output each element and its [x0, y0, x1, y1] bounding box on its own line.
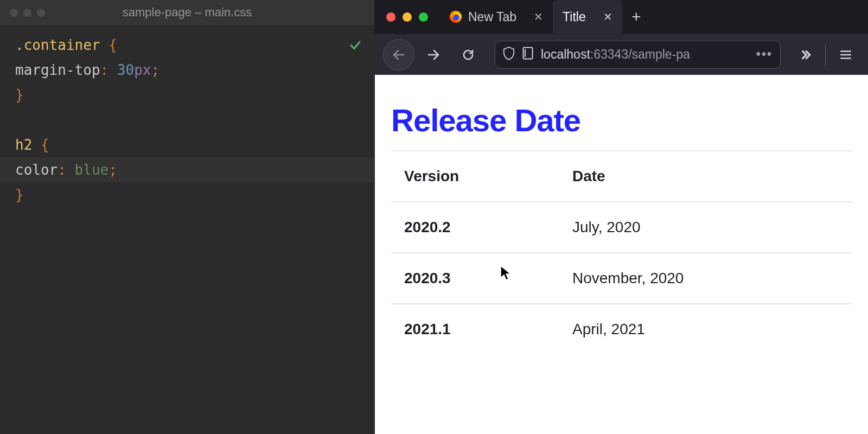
- css-selector: .container: [15, 37, 100, 53]
- tab-title[interactable]: Title ✕: [553, 0, 622, 34]
- css-value: blue: [75, 162, 109, 178]
- back-button[interactable]: [383, 39, 414, 71]
- tabstrip: New Tab ✕ Title ✕ +: [440, 0, 868, 34]
- editor-close-icon[interactable]: [10, 9, 18, 17]
- mac-traffic-lights: [374, 12, 440, 22]
- code-line[interactable]: }: [15, 182, 359, 207]
- browser-titlebar[interactable]: New Tab ✕ Title ✕ +: [374, 0, 868, 34]
- site-identity-icon[interactable]: [522, 47, 533, 63]
- toolbar-divider: [825, 44, 826, 66]
- window-close-icon[interactable]: [386, 12, 395, 22]
- css-selector: h2: [15, 137, 32, 153]
- css-unit: px: [134, 62, 151, 78]
- editor-title: sample-page – main.css: [0, 5, 374, 20]
- css-property: color: [15, 162, 58, 178]
- brace-open: {: [100, 37, 117, 53]
- css-number: 30: [117, 62, 134, 78]
- page-heading: Release Date: [391, 102, 852, 138]
- page-actions-icon[interactable]: •••: [756, 47, 773, 62]
- table-header-row: Version Date: [391, 151, 852, 202]
- editor-body[interactable]: .container { margin-top: 30px; } h2 { co…: [0, 25, 374, 434]
- col-date: Date: [559, 151, 852, 202]
- table-row: 2020.2 July, 2020: [391, 202, 852, 253]
- cell-date: April, 2021: [559, 304, 852, 354]
- url-bar[interactable]: localhost:63343/sample-pa •••: [495, 41, 781, 69]
- editor-minimize-icon[interactable]: [23, 9, 31, 17]
- cell-version: 2021.1: [391, 304, 559, 354]
- code-line[interactable]: [15, 107, 359, 132]
- cell-date: July, 2020: [559, 202, 852, 253]
- browser-viewport[interactable]: Release Date Version Date 2020.2 July, 2…: [374, 75, 868, 434]
- brace-close: }: [15, 187, 24, 203]
- cell-date: November, 2020: [559, 253, 852, 304]
- cell-version: 2020.2: [391, 202, 559, 253]
- app-menu-button[interactable]: [832, 41, 859, 68]
- reload-button[interactable]: [452, 39, 484, 71]
- tab-label: New Tab: [468, 10, 516, 24]
- tab-close-icon[interactable]: ✕: [603, 10, 612, 23]
- editor-pane: sample-page – main.css .container { marg…: [0, 0, 374, 434]
- firefox-favicon-icon: [450, 11, 462, 23]
- code-line[interactable]: color: blue;: [0, 157, 374, 182]
- css-property: margin-top: [15, 62, 100, 78]
- editor-zoom-icon[interactable]: [37, 9, 45, 17]
- browser-pane: New Tab ✕ Title ✕ +: [374, 0, 868, 434]
- inspection-ok-icon[interactable]: [348, 35, 362, 60]
- brace-open: {: [32, 137, 49, 153]
- tab-close-icon[interactable]: ✕: [534, 10, 543, 23]
- url-text: localhost:63343/sample-pa: [541, 47, 690, 62]
- toolbar-overflow-button[interactable]: [792, 41, 819, 68]
- brace-close: }: [15, 87, 24, 103]
- browser-toolbar: localhost:63343/sample-pa •••: [374, 34, 868, 75]
- window-minimize-icon[interactable]: [403, 12, 412, 22]
- code-line[interactable]: }: [15, 82, 359, 107]
- window-zoom-icon[interactable]: [419, 12, 428, 22]
- tab-label: Title: [563, 10, 586, 24]
- new-tab-button[interactable]: +: [622, 0, 650, 34]
- code-line[interactable]: .container {: [15, 33, 359, 58]
- release-table: Version Date 2020.2 July, 2020 2020.3 No…: [391, 150, 852, 354]
- editor-titlebar[interactable]: sample-page – main.css: [0, 0, 374, 25]
- cell-version: 2020.3: [391, 253, 559, 304]
- forward-button[interactable]: [418, 39, 449, 71]
- tab-new-tab[interactable]: New Tab ✕: [440, 0, 553, 34]
- table-row: 2020.3 November, 2020: [391, 253, 852, 304]
- col-version: Version: [391, 151, 559, 202]
- tracking-protection-icon[interactable]: [503, 46, 515, 63]
- code-line[interactable]: h2 {: [15, 132, 359, 157]
- table-row: 2021.1 April, 2021: [391, 304, 852, 354]
- code-line[interactable]: margin-top: 30px;: [15, 58, 359, 82]
